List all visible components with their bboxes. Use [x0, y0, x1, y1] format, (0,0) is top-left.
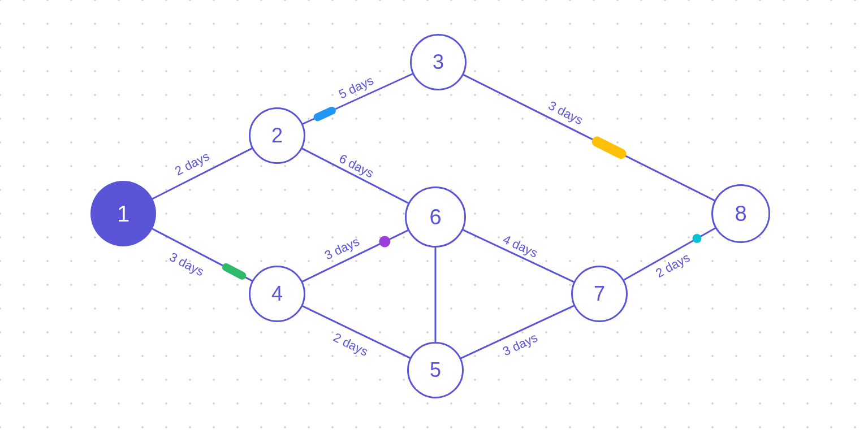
edge-e38[interactable]: [464, 75, 715, 200]
node-4-label: 4: [271, 282, 283, 306]
node-7-label: 7: [594, 282, 605, 306]
node-7[interactable]: 7: [571, 266, 628, 322]
node-5-label: 5: [430, 358, 441, 382]
node-5[interactable]: 5: [407, 342, 464, 398]
node-2-label: 2: [271, 124, 283, 147]
node-8-label: 8: [735, 202, 746, 226]
node-4[interactable]: 4: [249, 266, 305, 322]
edge-e26[interactable]: [302, 149, 408, 203]
marker-m_cyan[interactable]: [693, 234, 702, 243]
marker-m_blue[interactable]: [318, 111, 332, 118]
diagram-canvas[interactable]: 1 2 3 4 5 6 7 8 2 days 3 days 5 days 6 d…: [0, 0, 868, 434]
node-6[interactable]: 6: [405, 186, 466, 248]
node-3[interactable]: 3: [410, 34, 467, 90]
marker-m_purple[interactable]: [379, 236, 390, 248]
node-2[interactable]: 2: [249, 107, 305, 164]
node-6-label: 6: [429, 205, 441, 229]
node-1-label: 1: [117, 201, 129, 227]
node-8[interactable]: 8: [711, 184, 770, 243]
marker-m_green[interactable]: [226, 267, 242, 276]
node-1[interactable]: 1: [90, 181, 156, 246]
marker-m_yellow[interactable]: [597, 142, 621, 154]
node-3-label: 3: [433, 50, 444, 74]
